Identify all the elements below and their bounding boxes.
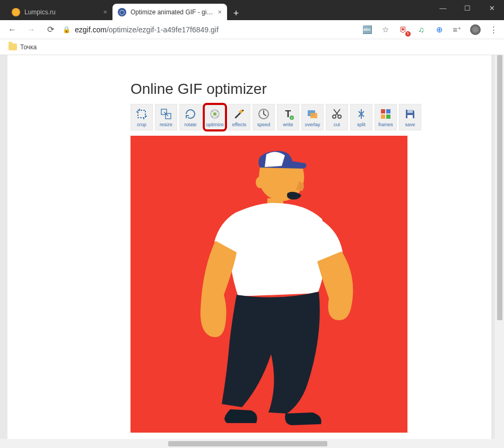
tool-resize[interactable]: resize: [155, 104, 177, 130]
favicon-lumpics: [12, 8, 20, 16]
scrollbar-thumb[interactable]: [168, 441, 327, 446]
scroll-area[interactable]: Online GIF optimizer crop resize rotate: [0, 55, 504, 448]
lock-icon: 🔒: [63, 26, 71, 33]
page-content: Online GIF optimizer crop resize rotate: [0, 55, 501, 448]
tab-label: Optimize animated GIF - gif-man: [131, 8, 213, 16]
write-icon: T+: [282, 108, 294, 120]
tool-speed[interactable]: speed: [253, 104, 275, 130]
crop-icon: [135, 108, 148, 120]
maximize-button[interactable]: ☐: [455, 0, 480, 16]
tool-label: optimize: [206, 122, 224, 127]
tool-toolbar: crop resize rotate optimize: [131, 104, 491, 130]
svg-rect-16: [386, 115, 390, 119]
tool-overlay[interactable]: overlay: [301, 104, 324, 130]
url-path: /optimize/ezgif-1-a49fe17f6849.gif: [107, 25, 219, 34]
character-illustration: [131, 136, 407, 433]
shield-badge: 5: [405, 31, 411, 37]
speed-icon: [257, 108, 270, 120]
extension-globe-icon[interactable]: ⊕: [434, 24, 445, 35]
menu-icon[interactable]: ⋮: [488, 24, 499, 35]
effects-icon: [233, 108, 246, 120]
svg-rect-14: [386, 109, 390, 113]
tool-label: cut: [334, 122, 340, 127]
forward-button: →: [24, 23, 38, 37]
svg-point-4: [213, 112, 216, 116]
tool-label: speed: [257, 122, 271, 127]
profile-avatar[interactable]: [470, 24, 481, 35]
tool-write[interactable]: T+ write: [277, 104, 299, 130]
folder-icon: [8, 43, 17, 50]
tab-strip: Lumpics.ru × ◯ Optimize animated GIF - g…: [0, 0, 243, 20]
tool-label: frames: [378, 122, 393, 127]
tool-label: write: [283, 122, 293, 127]
address-bar: ← → ⟳ 🔒 ezgif.com/optimize/ezgif-1-a49fe…: [0, 20, 504, 39]
tool-label: effects: [232, 122, 246, 127]
minimize-button[interactable]: ―: [431, 0, 455, 16]
tool-optimize[interactable]: optimize: [204, 104, 226, 130]
star-icon[interactable]: ☆: [380, 24, 390, 35]
gif-preview: [131, 136, 407, 433]
reload-button[interactable]: ⟳: [44, 23, 57, 37]
bookmarks-bar: Точка: [0, 39, 504, 55]
svg-rect-17: [407, 110, 413, 113]
svg-rect-10: [310, 113, 317, 118]
scroll-corner: [495, 439, 504, 448]
svg-rect-13: [381, 109, 385, 113]
rotate-icon: [184, 108, 197, 120]
tool-label: save: [405, 122, 415, 127]
optimize-icon: [208, 108, 221, 120]
favicon-ezgif: ◯: [118, 8, 126, 16]
shield-icon[interactable]: ⛨5: [398, 24, 409, 35]
tool-label: crop: [137, 122, 146, 127]
viewport: Online GIF optimizer crop resize rotate: [0, 55, 504, 448]
url-field[interactable]: 🔒 ezgif.com/optimize/ezgif-1-a49fe17f684…: [63, 25, 357, 34]
tool-label: rotate: [184, 122, 196, 127]
extension-music-icon[interactable]: ♫: [416, 24, 427, 35]
tool-label: split: [357, 122, 366, 127]
close-button[interactable]: ✕: [480, 0, 504, 16]
tool-frames[interactable]: frames: [375, 104, 397, 130]
overlay-icon: [306, 108, 319, 120]
tool-cut[interactable]: cut: [326, 104, 348, 130]
resize-icon: [160, 108, 172, 120]
save-icon: [404, 108, 416, 120]
page-title: Online GIF optimizer: [131, 81, 491, 98]
tool-effects[interactable]: effects: [228, 104, 250, 130]
reading-list-icon[interactable]: ≡⁺: [452, 24, 463, 35]
tool-label: resize: [160, 122, 172, 127]
tab-label: Lumpics.ru: [24, 8, 99, 16]
new-tab-button[interactable]: +: [229, 6, 243, 20]
frames-icon: [379, 108, 392, 120]
vertical-scrollbar[interactable]: [495, 55, 504, 439]
tool-label: overlay: [305, 122, 320, 127]
bookmark-folder[interactable]: Точка: [5, 42, 40, 52]
horizontal-scrollbar[interactable]: [0, 439, 495, 448]
tool-rotate[interactable]: rotate: [179, 104, 202, 130]
svg-rect-0: [138, 110, 145, 118]
svg-text:+: +: [291, 116, 293, 120]
cut-icon: [331, 108, 343, 120]
content-card: Online GIF optimizer crop resize rotate: [7, 55, 491, 448]
window-controls: ― ☐ ✕: [431, 0, 504, 16]
split-icon: [355, 108, 368, 120]
tab-lumpics[interactable]: Lumpics.ru ×: [6, 4, 112, 20]
tool-save[interactable]: save: [399, 104, 421, 130]
url-domain: ezgif.com: [75, 25, 107, 34]
translate-icon[interactable]: 🔤: [362, 24, 372, 35]
tool-crop[interactable]: crop: [131, 104, 153, 130]
tool-split[interactable]: split: [350, 104, 372, 130]
svg-point-19: [256, 177, 264, 188]
address-actions: 🔤 ☆ ⛨5 ♫ ⊕ ≡⁺ ⋮: [362, 24, 499, 35]
scrollbar-thumb[interactable]: [497, 55, 502, 320]
svg-rect-15: [381, 115, 385, 119]
close-icon[interactable]: ×: [218, 8, 222, 16]
titlebar: Lumpics.ru × ◯ Optimize animated GIF - g…: [0, 0, 504, 20]
tab-ezgif[interactable]: ◯ Optimize animated GIF - gif-man ×: [112, 4, 227, 20]
svg-rect-18: [407, 115, 413, 118]
back-button[interactable]: ←: [5, 23, 19, 37]
bookmark-label: Точка: [20, 43, 37, 51]
close-icon[interactable]: ×: [103, 8, 107, 16]
